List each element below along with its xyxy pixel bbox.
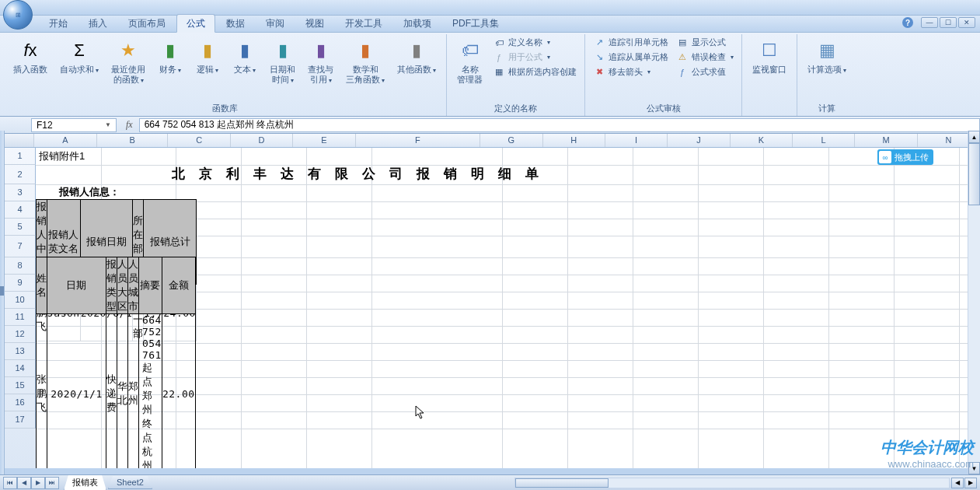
row-header[interactable]: 4 [5,201,36,219]
table-hdr: 人员大区 [117,257,127,314]
scroll-left-button[interactable]: ◀ [951,478,964,488]
calc-icon: ▦ [814,38,839,63]
cells-area[interactable]: 报销附件1 北京利丰达有限公司报销明细单 报销人信息： 报销人中文名 报销人英文… [36,148,980,468]
vertical-scrollbar[interactable]: ▲ ▼ [968,131,980,474]
use-in-formula-item: ƒ用于公式▾ [490,51,580,64]
datetime-button[interactable]: ▮日期和 时间▾ [264,36,301,88]
hscroll-thumb[interactable] [515,478,609,488]
row-header[interactable]: 8 [5,257,36,275]
table-cell: 张鹏飞 [37,314,47,469]
select-all-corner[interactable] [5,134,34,147]
math-button[interactable]: ▮数学和 三角函数▾ [340,36,390,88]
col-header[interactable]: J [668,134,730,147]
scroll-down-button[interactable]: ▼ [968,462,980,474]
row-headers: 123457891011121314151617 [5,148,36,468]
scroll-right-button[interactable]: ▶ [964,478,977,488]
col-header[interactable]: C [168,134,230,147]
group-label: 定义的名称 [452,101,580,116]
col-header[interactable]: H [543,134,605,147]
chevron-down-icon[interactable]: ▼ [105,121,111,128]
tab-addins[interactable]: 加载项 [393,14,441,32]
formula-bar: F12 ▼ fx 664 752 054 813 起点郑州 终点杭州 [0,117,980,134]
show-formulas-item[interactable]: ▤显示公式 [673,36,737,49]
row-header[interactable]: 2 [5,165,36,184]
create-from-selection-item[interactable]: ▦根据所选内容创建 [490,65,580,79]
first-sheet-button[interactable]: ⏮ [3,477,17,489]
row-header[interactable]: 1 [5,148,36,165]
close-button[interactable]: ✕ [958,17,975,28]
row-header[interactable]: 9 [5,275,36,292]
table-hdr: 姓名 [37,257,47,314]
row-header[interactable]: 10 [5,292,36,309]
name-box[interactable]: F12 ▼ [31,118,117,132]
office-button[interactable]: ⊞ [3,0,33,30]
lookup-button[interactable]: ▮查找与 引用▾ [302,36,339,88]
error-check-item[interactable]: ⚠错误检查▾ [673,51,737,64]
upload-badge[interactable]: ∞ 拖拽上传 [877,149,933,165]
remove-arrows-item[interactable]: ✖移去箭头▾ [590,65,671,79]
row-header[interactable]: 16 [5,394,36,411]
tab-review[interactable]: 审阅 [256,14,295,32]
hscroll-track[interactable] [514,478,950,488]
tab-insert[interactable]: 插入 [78,14,117,32]
row-header[interactable]: 17 [5,411,36,429]
row-header[interactable]: 11 [5,309,36,326]
next-sheet-button[interactable]: ▶ [31,477,45,489]
insert-function-button[interactable]: fx插入函数 [8,36,53,77]
sheet-tab[interactable]: Sheet2 [108,476,152,489]
col-header[interactable]: B [97,134,169,147]
sheet-tab-active[interactable]: 报销表 [64,475,106,491]
col-header[interactable]: D [231,134,293,147]
restore-button[interactable]: ☐ [940,17,957,28]
fx-button[interactable]: fx [120,119,139,131]
evaluate-formula-item[interactable]: ƒ公式求值 [673,65,737,79]
scroll-track[interactable] [968,143,980,462]
watch-window-button[interactable]: ☐监视窗口 [747,36,792,77]
calc-options-button[interactable]: ▦计算选项▾ [802,36,852,78]
tab-view[interactable]: 视图 [295,14,334,32]
tab-home[interactable]: 开始 [39,14,78,32]
row-header[interactable]: 7 [5,236,36,257]
name-manager-button[interactable]: 🏷名称 管理器 [452,36,488,87]
scroll-up-button[interactable]: ▲ [968,131,980,143]
col-header[interactable]: E [293,134,355,147]
col-header[interactable]: F [356,134,481,147]
other-functions-button[interactable]: ▮其他函数▾ [392,36,441,78]
tab-formulas[interactable]: 公式 [176,14,215,33]
split-marker[interactable] [0,286,4,296]
row-header[interactable]: 14 [5,360,36,377]
minimize-button[interactable]: — [921,17,938,28]
tab-pdf[interactable]: PDF工具集 [442,14,509,32]
col-header[interactable]: G [480,134,542,147]
col-header[interactable]: I [605,134,668,147]
text-button[interactable]: ▮文本▾ [227,36,263,78]
col-header[interactable]: K [731,134,793,147]
evaluate-icon: ƒ [676,68,689,77]
row-header[interactable]: 15 [5,377,36,394]
col-header[interactable]: A [34,134,96,147]
tab-layout[interactable]: 页面布局 [118,14,176,32]
autosum-button[interactable]: Σ自动求和▾ [54,36,104,78]
tab-dev[interactable]: 开发工具 [335,14,392,32]
recent-functions-button[interactable]: ★最近使用 的函数▾ [106,36,151,88]
table-hdr: 报销类型 [106,257,117,314]
spreadsheet-grid[interactable]: A B C D E F G H I J K L M N 123457891011… [5,134,980,468]
row-header[interactable]: 5 [5,219,36,236]
financial-button[interactable]: ▮财务▾ [152,36,188,78]
row-header[interactable]: 3 [5,184,36,201]
col-header[interactable]: L [793,134,855,147]
row-header[interactable]: 13 [5,343,36,360]
col-header[interactable]: M [855,134,917,147]
trace-precedents-item[interactable]: ↗追踪引用单元格 [590,36,671,49]
row-header[interactable]: 12 [5,326,36,343]
trace-dependents-item[interactable]: ↘追踪从属单元格 [590,51,671,64]
last-sheet-button[interactable]: ⏭ [45,477,59,489]
prev-sheet-button[interactable]: ◀ [17,477,31,489]
scroll-thumb[interactable] [968,143,980,205]
logical-button[interactable]: ▮逻辑▾ [190,36,225,78]
tab-data[interactable]: 数据 [216,14,255,32]
help-icon[interactable]: ? [902,17,913,28]
define-name-item[interactable]: 🏷定义名称▾ [490,36,580,49]
table-cell: 22.00 [162,314,195,469]
formula-input[interactable]: 664 752 054 813 起点郑州 终点杭州 [139,118,980,132]
